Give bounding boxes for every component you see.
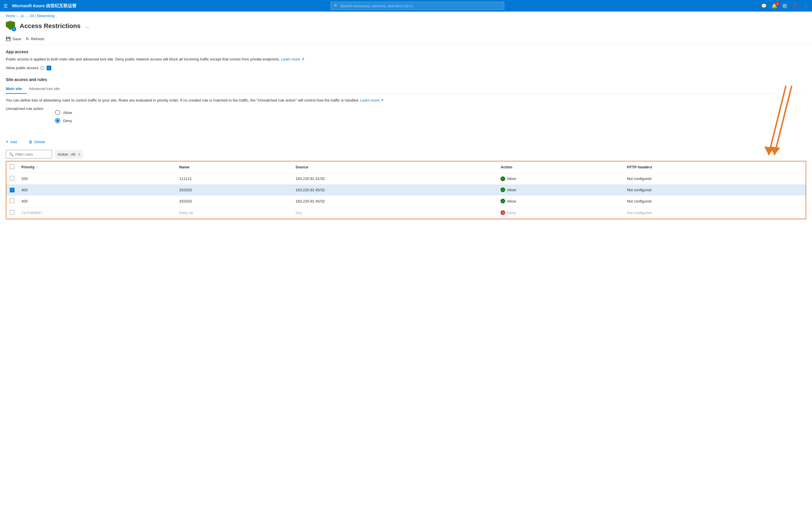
allow-status-icon: ✓ xyxy=(501,188,505,192)
row-3-action: ✕Deny xyxy=(497,207,623,218)
site-access-tabs: Main site Advanced tool site xyxy=(6,84,806,94)
row-1-priority: 400 xyxy=(18,185,176,195)
delete-button[interactable]: 🗑 Delete xyxy=(29,140,45,144)
save-button[interactable]: 💾 Save xyxy=(6,35,21,42)
select-all-header xyxy=(6,161,18,173)
row-0-name: 111111 xyxy=(176,173,292,185)
tab-advanced-tool-site[interactable]: Advanced tool site xyxy=(29,84,64,94)
global-search[interactable]: 🔍 Search resources, services, and docs (… xyxy=(331,2,504,10)
rules-table: Priority ↑ Name Source Action xyxy=(6,161,806,219)
rules-learn-more[interactable]: Learn more xyxy=(360,98,379,102)
row-2-name: 333333 xyxy=(176,195,292,207)
help-icon[interactable]: ❓ xyxy=(792,3,798,9)
row-2-checkbox[interactable] xyxy=(10,199,14,203)
page-title: Access Restrictions xyxy=(20,22,81,30)
allow-radio-button[interactable] xyxy=(55,110,60,115)
refresh-icon: ↻ xyxy=(26,36,29,41)
priority-header[interactable]: Priority ↑ xyxy=(18,161,176,173)
row-0-checkbox[interactable] xyxy=(10,176,14,180)
page-more-button[interactable]: ... xyxy=(85,23,89,29)
source-header[interactable]: Source xyxy=(292,161,497,173)
row-0-action: ✓Allow xyxy=(497,173,623,185)
action-separator xyxy=(23,139,23,145)
row-1-action: ✓Allow xyxy=(497,185,623,195)
filter-action-tag: Action : All × xyxy=(55,150,83,159)
breadcrumb-resource[interactable]: ...jv.......04 | Networking xyxy=(18,14,54,18)
row-2-source: 183.220.92.45/32 xyxy=(292,195,497,207)
row-3-checkbox-cell xyxy=(6,207,18,218)
row-3-action-label: Deny xyxy=(507,211,516,215)
filter-search-icon: 🔍 xyxy=(9,152,14,157)
table-row: ✓400333333183.220.92.45/32✓AllowNot conf… xyxy=(6,185,806,195)
brand-name: Microsoft Azure 由世纪互联运营 xyxy=(12,3,76,9)
table-row: 2147483647Deny allAny✕DenyNot configured xyxy=(6,207,806,218)
unmatched-rule-section: Unmatched rule action Allow Deny xyxy=(6,106,806,132)
row-1-source: 183.220.92.45/32 xyxy=(292,185,497,195)
deny-radio-label: Deny xyxy=(63,119,72,123)
row-1-checkbox-cell: ✓ xyxy=(6,185,18,195)
save-icon: 💾 xyxy=(6,36,11,41)
filter-tag-label: Action : All xyxy=(58,152,75,157)
table-row: 400333333183.220.92.45/32✓AllowNot confi… xyxy=(6,195,806,207)
unmatched-label: Unmatched rule action xyxy=(6,106,43,111)
row-3-priority: 2147483647 xyxy=(18,207,176,218)
search-icon: 🔍 xyxy=(334,4,338,8)
rules-desc: You can define lists of allow/deny rules… xyxy=(6,98,806,103)
shield-overlay-icon: ⚙ xyxy=(12,27,16,31)
row-2-action: ✓Allow xyxy=(497,195,623,207)
row-1-checkbox[interactable]: ✓ xyxy=(10,188,14,192)
delete-label: Delete xyxy=(34,140,45,144)
account-icon[interactable]: 👤 xyxy=(803,3,809,9)
row-2-http-headers: Not configured xyxy=(624,195,806,207)
http-headers-header[interactable]: HTTP headers xyxy=(624,161,806,173)
deny-radio-button[interactable] xyxy=(55,118,60,123)
allow-radio-label: Allow xyxy=(63,111,72,115)
feedback-icon[interactable]: 💬 xyxy=(761,3,767,9)
add-label: Add xyxy=(10,140,17,144)
action-bar: + Add 🗑 Delete xyxy=(6,136,806,147)
allow-public-info-icon[interactable]: i xyxy=(40,66,44,70)
refresh-button[interactable]: ↻ Refresh xyxy=(26,35,44,42)
settings-icon[interactable]: ⚙️ xyxy=(782,3,788,9)
page-icon: ⚙ xyxy=(6,21,16,31)
allow-status-icon: ✓ xyxy=(501,176,505,181)
breadcrumb-home[interactable]: Home xyxy=(6,14,15,18)
row-0-action-label: Allow xyxy=(507,176,516,181)
delete-icon: 🗑 xyxy=(29,140,32,144)
tab-main-site[interactable]: Main site xyxy=(6,84,27,94)
filter-tag-close-button[interactable]: × xyxy=(78,152,81,157)
breadcrumb: Home › ...jv.......04 | Networking › xyxy=(0,12,812,20)
name-header[interactable]: Name xyxy=(176,161,292,173)
row-0-priority: 200 xyxy=(18,173,176,185)
app-access-learn-more[interactable]: Learn more xyxy=(281,57,300,61)
table-row: 200111111183.220.92.41/32✓AllowNot confi… xyxy=(6,173,806,185)
filter-input-wrapper: 🔍 xyxy=(6,150,52,159)
select-all-checkbox[interactable] xyxy=(10,164,14,169)
allow-public-row: Allow public access i ✓ xyxy=(6,66,806,70)
table-header-row: Priority ↑ Name Source Action xyxy=(6,161,806,173)
row-2-priority: 400 xyxy=(18,195,176,207)
content-area: App access Public access is applied to b… xyxy=(0,45,812,224)
row-1-action-label: Allow xyxy=(507,188,516,192)
hamburger-icon[interactable]: ☰ xyxy=(3,3,8,9)
row-1-name: 333333 xyxy=(176,185,292,195)
allow-radio-row: Allow xyxy=(55,110,72,115)
deny-status-icon: ✕ xyxy=(501,210,505,215)
action-header[interactable]: Action xyxy=(497,161,623,173)
row-3-http-headers: Not configured xyxy=(624,207,806,218)
row-3-checkbox[interactable] xyxy=(10,210,14,215)
rules-table-wrapper: Priority ↑ Name Source Action xyxy=(6,161,806,219)
table-section: Priority ↑ Name Source Action xyxy=(6,161,806,219)
add-button[interactable]: + Add xyxy=(6,139,17,144)
allow-public-checkbox[interactable]: ✓ xyxy=(47,66,51,70)
notification-icon[interactable]: 🔔 3 xyxy=(771,3,777,9)
filter-rules-input[interactable] xyxy=(15,152,49,157)
filter-bar: 🔍 Action : All × xyxy=(6,150,806,159)
save-label: Save xyxy=(12,37,21,41)
breadcrumb-sep-2: › xyxy=(56,14,56,18)
topbar-icons: 💬 🔔 3 ⚙️ ❓ 👤 xyxy=(761,3,809,9)
breadcrumb-sep-1: › xyxy=(16,14,17,18)
row-0-source: 183.220.92.41/32 xyxy=(292,173,497,185)
priority-sort-icon: ↑ xyxy=(36,166,38,169)
notification-badge: 3 xyxy=(775,2,779,6)
